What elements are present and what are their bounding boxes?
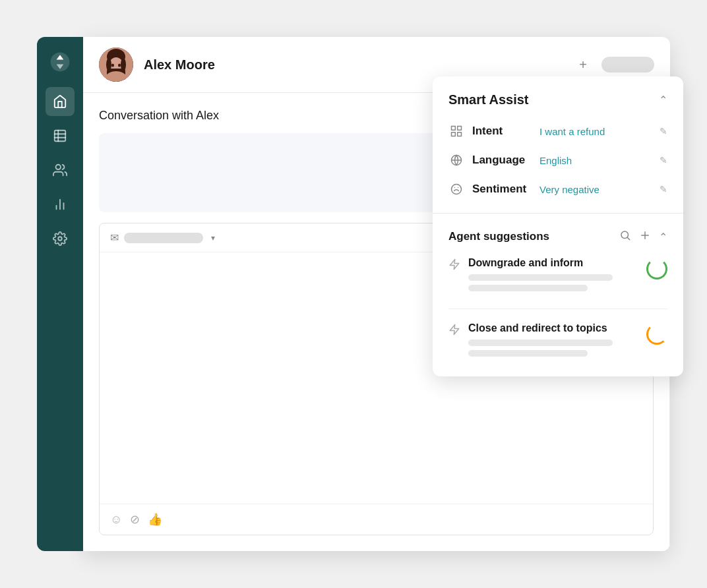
language-label: Language	[472, 154, 532, 167]
sentiment-row: Sentiment Very negative ✎	[448, 181, 667, 197]
sidebar-item-contacts[interactable]	[46, 156, 75, 185]
header-pill	[601, 57, 654, 73]
add-button[interactable]: +	[572, 54, 594, 75]
svg-marker-30	[450, 260, 459, 270]
smart-assist-collapse-icon[interactable]: ⌃	[659, 94, 667, 106]
suggestion-content-2: Close and redirect to topics	[468, 322, 638, 361]
language-edit-icon[interactable]: ✎	[660, 155, 667, 165]
suggestions-title: Agent suggestions	[448, 230, 614, 243]
sidebar-item-settings[interactable]	[46, 224, 75, 253]
suggestion-indicator-2	[646, 324, 667, 345]
search-suggestions-icon[interactable]	[619, 229, 631, 244]
svg-rect-19	[458, 127, 462, 131]
sentiment-icon	[448, 181, 464, 197]
svg-line-27	[627, 237, 629, 239]
suggestion-line-2a	[468, 339, 613, 346]
suggestion-line-1b	[468, 285, 588, 291]
suggestions-actions: ⌃	[619, 229, 667, 244]
intent-value: I want a refund	[539, 126, 652, 137]
intent-row: Intent I want a refund ✎	[448, 123, 667, 139]
sidebar-item-reports[interactable]	[46, 190, 75, 219]
smart-assist-header: Smart Assist ⌃	[448, 92, 667, 107]
svg-point-4	[56, 165, 61, 169]
header-actions: +	[572, 54, 654, 75]
app-logo	[46, 47, 75, 76]
intent-edit-icon[interactable]: ✎	[660, 126, 667, 136]
attachment-icon[interactable]: ⊘	[130, 512, 140, 527]
suggestion-bolt-icon-1	[448, 258, 460, 274]
dropdown-icon[interactable]: ▾	[211, 233, 215, 243]
svg-point-17	[118, 64, 121, 67]
email-icon: ✉	[110, 231, 119, 244]
suggestion-item-2[interactable]: Close and redirect to topics	[448, 322, 667, 361]
language-value: English	[539, 155, 652, 166]
emoji-icon[interactable]: ☺	[110, 513, 122, 527]
svg-rect-18	[452, 127, 456, 131]
suggestion-line-2b	[468, 350, 588, 357]
suggestion-indicator-1	[646, 258, 667, 279]
user-name: Alex Moore	[144, 57, 562, 73]
svg-point-23	[452, 185, 462, 194]
intent-label: Intent	[472, 125, 532, 138]
intent-icon	[448, 123, 464, 139]
sidebar-item-tickets[interactable]	[46, 121, 75, 150]
svg-rect-21	[458, 132, 462, 136]
sidebar-item-home[interactable]	[46, 87, 75, 116]
svg-rect-20	[452, 132, 456, 136]
language-row: Language English ✎	[448, 152, 667, 168]
sentiment-value: Very negative	[539, 184, 652, 195]
svg-point-16	[111, 64, 114, 67]
suggestion-bolt-icon-2	[448, 324, 460, 339]
svg-point-26	[621, 231, 629, 239]
smart-assist-section: Smart Assist ⌃ Intent I want a refund ✎	[433, 76, 683, 214]
thumbsup-icon[interactable]: 👍	[148, 512, 162, 527]
sentiment-label: Sentiment	[472, 183, 532, 196]
suggestion-title-2: Close and redirect to topics	[468, 322, 638, 334]
svg-rect-0	[55, 131, 66, 142]
compose-field-pill	[124, 233, 203, 243]
svg-marker-31	[450, 325, 459, 335]
language-icon	[448, 152, 464, 168]
sentiment-edit-icon[interactable]: ✎	[660, 184, 667, 194]
right-panel: Smart Assist ⌃ Intent I want a refund ✎	[433, 76, 683, 376]
suggestion-line-1a	[468, 274, 613, 281]
suggestion-title-1: Downgrade and inform	[468, 257, 638, 269]
suggestion-content-1: Downgrade and inform	[468, 257, 638, 295]
compose-toolbar: ☺ ⊘ 👍	[100, 504, 653, 535]
collapse-suggestions-icon[interactable]: ⌃	[659, 231, 667, 243]
suggestion-item-1[interactable]: Downgrade and inform	[448, 257, 667, 309]
agent-suggestions-section: Agent suggestions ⌃	[433, 214, 683, 376]
suggestions-header: Agent suggestions ⌃	[448, 229, 667, 244]
smart-assist-title: Smart Assist	[448, 92, 529, 107]
avatar	[99, 47, 133, 82]
svg-point-8	[58, 237, 62, 241]
sidebar	[37, 37, 83, 551]
add-suggestions-icon[interactable]	[639, 229, 651, 244]
